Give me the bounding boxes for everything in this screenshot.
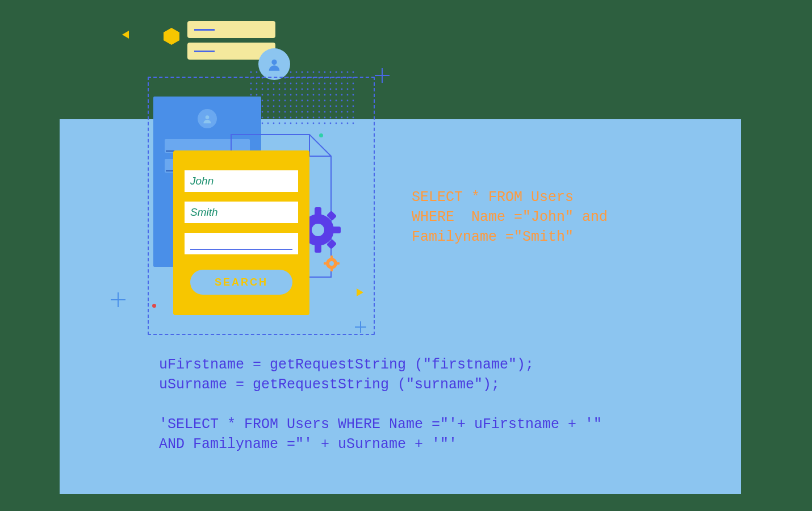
server-code-text: uFirstname = getRequestString ("firstnam… xyxy=(159,355,602,454)
svg-rect-9 xyxy=(332,227,341,233)
header-stub-1 xyxy=(187,21,275,38)
search-button-label: SEARCH xyxy=(215,277,268,288)
triangle-decoration xyxy=(122,31,129,39)
hexagon-icon xyxy=(162,27,181,46)
third-field[interactable] xyxy=(185,233,298,254)
svg-rect-19 xyxy=(336,262,340,265)
sql-result-text: SELECT * FROM Users WHERE Name ="John" a… xyxy=(412,187,608,247)
svg-rect-18 xyxy=(324,262,327,265)
plus-decoration xyxy=(375,68,390,83)
avatar-icon xyxy=(266,56,282,72)
avatar-circle-large xyxy=(258,48,290,80)
svg-rect-7 xyxy=(315,244,321,253)
svg-point-3 xyxy=(271,60,277,65)
gear-small-icon xyxy=(324,256,340,271)
avatar-icon-small xyxy=(198,109,217,128)
svg-marker-0 xyxy=(164,28,179,45)
svg-rect-17 xyxy=(330,268,333,271)
first-name-field[interactable]: John xyxy=(185,170,298,192)
svg-rect-6 xyxy=(315,207,321,216)
plus-decoration xyxy=(111,292,125,307)
svg-point-14 xyxy=(312,224,324,236)
surname-value: Smith xyxy=(190,206,218,219)
svg-rect-16 xyxy=(330,256,333,259)
search-button[interactable]: SEARCH xyxy=(190,270,292,295)
first-name-value: John xyxy=(190,175,214,187)
svg-point-20 xyxy=(329,261,334,266)
svg-point-4 xyxy=(206,115,210,119)
surname-field[interactable]: Smith xyxy=(185,202,298,223)
search-form-card: John Smith SEARCH xyxy=(173,150,309,315)
